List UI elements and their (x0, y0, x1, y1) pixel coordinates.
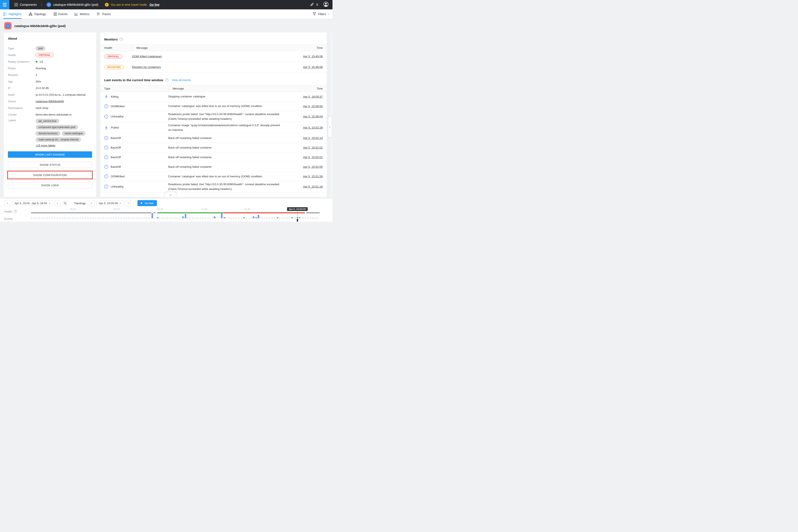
event-time-link[interactable]: Apr 5, 15:52:01 (303, 156, 323, 159)
filter-funnel-icon (313, 12, 316, 16)
event-time-link[interactable]: Apr 5, 15:56:04 (303, 115, 323, 118)
show-last-change-button[interactable]: SHOW LAST CHANGE (8, 151, 92, 158)
alert-event-icon: ! (104, 185, 108, 189)
health-segment-unknown (31, 212, 151, 213)
monitor-message-link[interactable]: Restarts for containers (132, 65, 161, 69)
help-icon[interactable]: ? (14, 210, 17, 213)
monitor-time-cell: Apr 5, 15:45:06 (291, 55, 323, 58)
filters-label: Filters (318, 12, 326, 16)
filters-button[interactable]: Filters (313, 10, 329, 19)
event-time-link[interactable]: Apr 5, 15:52:02 (303, 146, 323, 149)
page-title: catalogue-69b58cb649-gjl5v (pod) (14, 24, 65, 28)
field-value: pod (36, 46, 92, 51)
events-icon (53, 12, 57, 16)
monitor-time-link[interactable]: Apr 5, 15:46:06 (303, 65, 323, 69)
event-count-bar (253, 216, 254, 218)
about-panel: About TypepodHealthCRITICALReady contain… (3, 32, 97, 197)
event-time-link[interactable]: Apr 5, 15:52:14 (303, 136, 323, 139)
event-message-cell: Container 'catalogue' was killed due to … (168, 174, 289, 179)
monitors-title: Monitors (104, 38, 118, 41)
topology-icon (29, 12, 32, 16)
entity-type-icon (4, 22, 12, 30)
column-header-health: Health (104, 44, 132, 51)
time-cursor-handle[interactable] (297, 219, 298, 222)
event-type-label: Pulled (111, 126, 119, 129)
field-value: 10.0.30.95 (36, 87, 92, 90)
content-area: About TypepodHealthCRITICALReady contain… (3, 32, 327, 197)
monitor-message-cell: OOM Killed (catalogue) (132, 54, 291, 59)
health-status-badge: CRITICAL (36, 53, 54, 57)
tab-highlights[interactable]: Highlights (3, 10, 21, 19)
button-row: SHOW LAST CHANGE (8, 151, 92, 158)
field-label: Namespace (8, 106, 36, 110)
about-field-ready-containers: Ready containers1/1 (8, 59, 92, 64)
event-message-cell: Back-off restarting failed container (168, 155, 289, 160)
ready-status-dot (36, 61, 38, 63)
view-all-events-link[interactable]: View all events (172, 78, 191, 82)
show-status-button[interactable]: SHOW STATUS (8, 162, 92, 168)
tab-label: Topology (34, 12, 46, 16)
tab-label: Events (58, 12, 68, 16)
axis-tick-label: 15:13 (70, 208, 76, 210)
owner-link[interactable]: catalogue-69b58cb649 (36, 100, 64, 103)
pin-icon[interactable] (310, 2, 314, 7)
tab-metrics[interactable]: Metrics (75, 10, 89, 19)
events-baseline (31, 217, 320, 218)
monitor-message-link[interactable]: OOM Killed (catalogue) (132, 55, 162, 58)
event-count-bar (255, 217, 257, 218)
show-configuration-button[interactable]: SHOW CONFIGURATION (8, 172, 92, 178)
event-row: !UnhealthyReadiness probe failed: Get "h… (100, 181, 327, 192)
collapse-panel-button[interactable] (328, 116, 332, 138)
tab-topology[interactable]: Topology (29, 10, 46, 19)
show-logs-button[interactable]: SHOW LOGS (8, 182, 92, 188)
event-type-label: BackOff (111, 136, 121, 139)
monitor-time-link[interactable]: Apr 5, 15:45:06 (303, 55, 323, 58)
label-chip: component-type:kubernetes-pod (36, 125, 78, 130)
event-type-label: Unhealthy (111, 185, 124, 188)
expand-panel-button[interactable] (164, 192, 177, 197)
field-label: Ready containers (8, 60, 36, 63)
event-time-link[interactable]: Apr 5, 15:59:00 (303, 104, 323, 108)
more-labels-link[interactable]: +15 more labels (36, 144, 55, 147)
event-time-link[interactable]: Apr 5, 15:52:00 (303, 165, 323, 168)
help-icon[interactable]: ? (165, 78, 169, 82)
event-time-cell: Apr 5, 15:56:04 (289, 115, 323, 118)
event-time-cell: Apr 5, 15:51:16 (289, 185, 323, 188)
field-value: api_service:truecomponent-type:kubernete… (36, 119, 92, 147)
event-count-bar (291, 217, 293, 218)
go-live-link[interactable]: Go live (150, 3, 160, 6)
tab-traces[interactable]: Traces (97, 10, 111, 19)
button-row: SHOW STATUS (8, 162, 92, 168)
event-time-link[interactable]: Apr 5, 15:52:28 (303, 126, 323, 129)
warning-icon: ! (105, 3, 109, 6)
monitor-health-cell: DEVIATING (104, 65, 132, 69)
axis-tick-label: 15:40 (202, 208, 208, 210)
tab-events[interactable]: Events (53, 10, 68, 19)
event-row: !UnhealthyReadiness probe failed: Get "h… (100, 111, 327, 122)
event-row: !BackOffBack-off restarting failed conta… (100, 162, 327, 172)
about-field-type: Typepod (8, 46, 92, 51)
event-time-link[interactable]: Apr 5, 15:51:59 (303, 175, 323, 178)
event-count-bar (258, 215, 259, 218)
breadcrumb-components[interactable]: Components (20, 3, 37, 6)
user-avatar-icon[interactable] (323, 1, 329, 8)
breadcrumb-entity[interactable]: catalogue-69b58cb649-gjl5v (pod) (53, 3, 98, 6)
field-value: ip-10-0-21-204.eu-w...1.compute.internal (36, 93, 92, 96)
alert-event-icon: ! (104, 146, 108, 150)
event-time-link[interactable]: Apr 5, 15:51:16 (303, 185, 323, 188)
help-icon[interactable]: ? (119, 38, 123, 41)
field-value: Running (36, 67, 92, 70)
details-panel: Monitors ? Health Message Time CRITICALO… (100, 32, 327, 197)
range-prev-button[interactable] (5, 201, 10, 206)
health-segment-unknown (153, 212, 156, 213)
event-row: !OOMKilledContainer 'catalogue' was kill… (100, 101, 327, 111)
menu-icon[interactable] (0, 0, 10, 10)
labels-list: api_service:truecomponent-type:kubernete… (36, 119, 92, 142)
label-chip: node-name:ip-10-...ompute.internal (36, 137, 81, 142)
health-row-label: Health ? (4, 210, 17, 213)
entity-header: catalogue-69b58cb649-gjl5v (pod) (0, 19, 332, 32)
event-row: !BackOffBack-off restarting failed conta… (100, 133, 327, 143)
event-count-bar (182, 216, 184, 218)
event-time-link[interactable]: Apr 5, 16:00:37 (303, 95, 323, 98)
field-value: 1/1 (36, 60, 92, 63)
